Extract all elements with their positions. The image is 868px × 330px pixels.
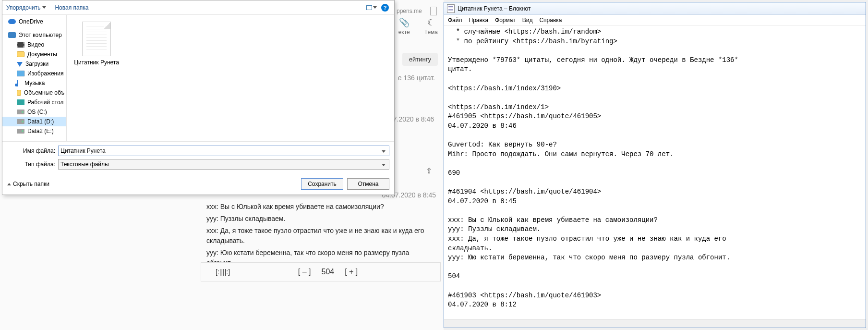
quote-line: xxx: Вы с Юлькой как время убиваете на с…	[206, 202, 434, 212]
horizontal-scrollbar[interactable]	[444, 319, 866, 328]
music-icon	[17, 80, 22, 86]
drive-icon	[17, 110, 24, 114]
tree-item-label: Музыка	[24, 80, 45, 86]
file-item-label: Цитатник Рунета	[73, 59, 120, 66]
filetype-select[interactable]: Текстовые файлы	[58, 159, 389, 170]
tree-item-label: Этот компьютер	[19, 32, 62, 38]
browser-url-fragment: ppens.me	[397, 8, 422, 14]
img-icon	[17, 71, 24, 76]
text-file-icon	[82, 22, 111, 56]
moon-icon: ☾	[427, 17, 435, 28]
notepad-window: Цитатник Рунета – Блокнот Файл Правка Фо…	[444, 2, 866, 328]
tree-item-label: Загрузки	[25, 61, 48, 67]
save-button[interactable]: Сохранить	[301, 178, 343, 190]
film-icon	[17, 42, 24, 48]
chevron-down-icon	[42, 6, 46, 9]
quote-body: xxx: Вы с Юлькой как время убиваете на с…	[206, 202, 434, 270]
tree-item-label: Data2 (E:)	[27, 128, 54, 134]
chevron-down-icon	[373, 6, 377, 9]
tree-item[interactable]: Рабочий стол	[2, 98, 66, 107]
chevron-down-icon[interactable]	[380, 148, 387, 155]
organize-menu[interactable]: Упорядочить	[6, 4, 46, 11]
tab-by-rating[interactable]: ейтингу	[402, 53, 438, 66]
notepad-menubar: Файл Правка Формат Вид Справка	[444, 15, 866, 25]
file-item[interactable]: Цитатник Рунета	[73, 22, 120, 66]
vote-count: 504	[321, 268, 334, 276]
folder-icon	[17, 51, 24, 57]
clip-icon: 📎	[399, 17, 410, 28]
site-header-actions: 📎 екте ☾ Тема	[398, 17, 438, 36]
menu-edit[interactable]: Правка	[469, 17, 489, 24]
tree-item[interactable]: Объемные объ	[2, 88, 66, 98]
chevron-down-icon[interactable]	[380, 161, 387, 168]
vote-down-button[interactable]: [ – ]	[298, 268, 311, 276]
hide-folders-toggle[interactable]: Скрыть папки	[7, 181, 49, 187]
menu-help[interactable]: Справка	[539, 17, 562, 24]
notepad-textarea[interactable]: * случайные <https://bash.im/random> * п…	[444, 25, 866, 319]
site-status: е 136 цитат.	[398, 74, 435, 82]
bayan-button[interactable]: [:||||:]	[216, 268, 230, 276]
reader-mode-icon[interactable]	[430, 7, 437, 15]
tree-item[interactable]: Data1 (D:)	[2, 117, 66, 126]
tree-item[interactable]: Загрузки	[2, 59, 66, 69]
hide-folders-label: Скрыть папки	[13, 181, 49, 187]
menu-file[interactable]: Файл	[448, 17, 462, 24]
share-icon[interactable]: ⇪	[426, 166, 432, 175]
header-project[interactable]: 📎 екте	[398, 17, 410, 36]
tree-item-label: Рабочий стол	[27, 99, 63, 106]
tree-item-label: Объемные объ	[24, 89, 64, 96]
menu-view[interactable]: Вид	[522, 17, 533, 24]
tree-item-label: Изображения	[27, 70, 63, 77]
file-list-area[interactable]: Цитатник Рунета	[67, 15, 394, 141]
filename-input-wrapper[interactable]	[58, 146, 389, 156]
chevron-up-icon	[7, 183, 11, 185]
tree-item[interactable]: OS (C:)	[2, 107, 66, 117]
filetype-value: Текстовые файлы	[60, 161, 109, 168]
help-button[interactable]: ?	[380, 2, 390, 13]
tree-item-label: OneDrive	[19, 18, 43, 25]
new-folder-button[interactable]: Новая папка	[55, 4, 88, 11]
tree-item-label: Видео	[27, 41, 44, 48]
tree-item[interactable]: Документы	[2, 49, 66, 59]
view-icon	[366, 5, 372, 10]
save-as-dialog: Упорядочить Новая папка ? OneDriveЭтот к…	[2, 0, 395, 195]
tree-item-label: OS (C:)	[27, 109, 47, 115]
filetype-label: Тип файла:	[7, 161, 55, 168]
filename-input[interactable]	[60, 147, 387, 154]
filename-label: Имя файла:	[7, 147, 55, 154]
down-icon	[17, 62, 23, 67]
cloud-icon	[8, 19, 16, 24]
tree-item[interactable]: Музыка	[2, 78, 66, 88]
notepad-titlebar[interactable]: Цитатник Рунета – Блокнот	[444, 2, 866, 15]
tree-item[interactable]: Изображения	[2, 69, 66, 78]
tree-item[interactable]: Видео	[2, 40, 66, 49]
drive-icon	[17, 119, 24, 124]
drive-icon	[17, 129, 24, 134]
menu-format[interactable]: Формат	[495, 17, 516, 24]
desk-icon	[17, 99, 24, 105]
help-icon: ?	[381, 4, 389, 12]
notepad-title: Цитатник Рунета – Блокнот	[458, 5, 530, 12]
tree-item[interactable]: Этот компьютер	[2, 30, 66, 40]
folder-icon	[17, 90, 21, 96]
header-project-label: екте	[398, 29, 410, 36]
organize-label: Упорядочить	[6, 4, 40, 11]
header-theme[interactable]: ☾ Тема	[424, 17, 438, 36]
notepad-icon	[447, 4, 455, 13]
cancel-button[interactable]: Отмена	[347, 178, 389, 190]
quote-line: xxx: Да, я тоже такое пузло отрастил что…	[206, 226, 434, 246]
pc-icon	[8, 32, 16, 38]
tree-item[interactable]: OneDrive	[2, 17, 66, 26]
quote-vote-bar: [:||||:] [ – ] 504 [ + ]	[201, 262, 441, 281]
folder-tree[interactable]: OneDriveЭтот компьютерВидеоДокументыЗагр…	[2, 15, 67, 141]
vote-up-button[interactable]: [ + ]	[345, 268, 358, 276]
view-mode-button[interactable]	[366, 2, 377, 13]
quote-line: yyy: Пуззлы складываем.	[206, 214, 434, 224]
tree-item-label: Data1 (D:)	[27, 118, 54, 125]
header-theme-label: Тема	[424, 29, 438, 36]
tree-item[interactable]: Data2 (E:)	[2, 126, 66, 136]
tree-item-label: Документы	[27, 51, 57, 58]
